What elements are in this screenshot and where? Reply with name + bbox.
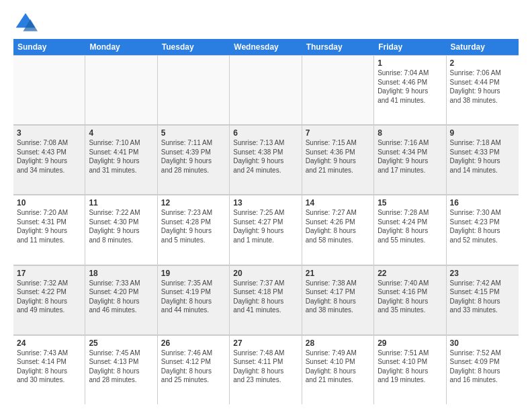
calendar-cell: 29Sunrise: 7:51 AMSunset: 4:10 PMDayligh… [374,336,446,404]
day-number: 12 [161,198,226,208]
calendar-header-cell: Monday [85,39,157,55]
day-info: Sunrise: 7:35 AMSunset: 4:19 PMDaylight:… [161,279,226,315]
day-info: Sunrise: 7:10 AMSunset: 4:41 PMDaylight:… [89,138,153,175]
day-number: 18 [89,269,153,278]
day-number: 30 [450,338,515,348]
day-number: 6 [233,128,298,138]
calendar-cell: 9Sunrise: 7:18 AMSunset: 4:33 PMDaylight… [447,126,519,194]
day-info: Sunrise: 7:45 AMSunset: 4:13 PMDaylight:… [89,349,153,385]
calendar-header-cell: Saturday [447,39,519,55]
calendar-body: 1Sunrise: 7:04 AMSunset: 4:46 PMDaylight… [13,55,519,404]
day-number: 14 [306,198,370,208]
calendar-cell: 10Sunrise: 7:20 AMSunset: 4:31 PMDayligh… [13,195,85,264]
day-number: 1 [378,58,442,68]
day-info: Sunrise: 7:33 AMSunset: 4:20 PMDaylight:… [89,279,153,315]
day-info: Sunrise: 7:51 AMSunset: 4:10 PMDaylight:… [378,349,442,385]
day-info: Sunrise: 7:11 AMSunset: 4:39 PMDaylight:… [161,138,226,175]
calendar-cell: 21Sunrise: 7:38 AMSunset: 4:17 PMDayligh… [302,266,374,334]
calendar-cell: 27Sunrise: 7:48 AMSunset: 4:11 PMDayligh… [230,336,302,404]
calendar-cell [158,56,230,124]
day-number: 19 [161,269,226,278]
day-number: 21 [306,269,370,278]
header [13,11,519,35]
calendar-cell: 25Sunrise: 7:45 AMSunset: 4:13 PMDayligh… [85,336,157,404]
calendar-cell: 3Sunrise: 7:08 AMSunset: 4:43 PMDaylight… [13,126,85,194]
day-number: 13 [233,198,298,208]
day-number: 10 [17,198,81,208]
day-number: 3 [17,128,81,138]
calendar-cell: 26Sunrise: 7:46 AMSunset: 4:12 PMDayligh… [158,336,230,404]
calendar-header-cell: Thursday [302,39,374,55]
day-number: 4 [89,128,153,138]
day-info: Sunrise: 7:49 AMSunset: 4:10 PMDaylight:… [306,349,370,385]
calendar-cell: 12Sunrise: 7:23 AMSunset: 4:28 PMDayligh… [158,195,230,264]
logo-icon [13,11,38,35]
calendar-cell: 19Sunrise: 7:35 AMSunset: 4:19 PMDayligh… [158,266,230,334]
day-info: Sunrise: 7:22 AMSunset: 4:30 PMDaylight:… [89,208,153,244]
calendar-header-cell: Wednesday [230,39,302,55]
day-number: 25 [89,338,153,348]
day-number: 20 [233,269,298,278]
calendar-cell [85,56,157,124]
page: SundayMondayTuesdayWednesdayThursdayFrid… [0,0,532,411]
day-number: 28 [306,338,370,348]
day-info: Sunrise: 7:40 AMSunset: 4:16 PMDaylight:… [378,279,442,315]
calendar-cell: 13Sunrise: 7:25 AMSunset: 4:27 PMDayligh… [230,195,302,264]
day-info: Sunrise: 7:13 AMSunset: 4:38 PMDaylight:… [233,138,298,175]
day-info: Sunrise: 7:25 AMSunset: 4:27 PMDaylight:… [233,208,298,244]
calendar-cell: 18Sunrise: 7:33 AMSunset: 4:20 PMDayligh… [85,266,157,334]
day-number: 5 [161,128,226,138]
day-info: Sunrise: 7:38 AMSunset: 4:17 PMDaylight:… [306,279,370,315]
day-number: 2 [450,58,515,68]
day-info: Sunrise: 7:28 AMSunset: 4:24 PMDaylight:… [378,208,442,244]
calendar-cell: 7Sunrise: 7:15 AMSunset: 4:36 PMDaylight… [302,126,374,194]
day-info: Sunrise: 7:30 AMSunset: 4:23 PMDaylight:… [450,208,515,244]
day-info: Sunrise: 7:52 AMSunset: 4:09 PMDaylight:… [450,349,515,385]
calendar-row: 24Sunrise: 7:43 AMSunset: 4:14 PMDayligh… [13,335,519,404]
calendar-row: 17Sunrise: 7:32 AMSunset: 4:22 PMDayligh… [13,265,519,335]
calendar-cell: 22Sunrise: 7:40 AMSunset: 4:16 PMDayligh… [374,266,446,334]
calendar-cell: 2Sunrise: 7:06 AMSunset: 4:44 PMDaylight… [447,56,519,124]
day-info: Sunrise: 7:20 AMSunset: 4:31 PMDaylight:… [17,208,81,244]
day-info: Sunrise: 7:48 AMSunset: 4:11 PMDaylight:… [233,349,298,385]
day-number: 29 [378,338,442,348]
day-number: 22 [378,269,442,278]
calendar-cell: 5Sunrise: 7:11 AMSunset: 4:39 PMDaylight… [158,126,230,194]
day-number: 16 [450,198,515,208]
day-number: 23 [450,269,515,278]
day-info: Sunrise: 7:23 AMSunset: 4:28 PMDaylight:… [161,208,226,244]
calendar-header-cell: Friday [374,39,446,55]
calendar-cell: 1Sunrise: 7:04 AMSunset: 4:46 PMDaylight… [374,56,446,124]
day-info: Sunrise: 7:18 AMSunset: 4:33 PMDaylight:… [450,138,515,175]
day-number: 9 [450,128,515,138]
calendar-row: 1Sunrise: 7:04 AMSunset: 4:46 PMDaylight… [13,55,519,125]
calendar-cell: 6Sunrise: 7:13 AMSunset: 4:38 PMDaylight… [230,126,302,194]
day-info: Sunrise: 7:08 AMSunset: 4:43 PMDaylight:… [17,138,81,175]
calendar-header-cell: Tuesday [158,39,230,55]
day-info: Sunrise: 7:42 AMSunset: 4:15 PMDaylight:… [450,279,515,315]
day-info: Sunrise: 7:43 AMSunset: 4:14 PMDaylight:… [17,349,81,385]
day-info: Sunrise: 7:27 AMSunset: 4:26 PMDaylight:… [306,208,370,244]
calendar-cell: 14Sunrise: 7:27 AMSunset: 4:26 PMDayligh… [302,195,374,264]
calendar-header-cell: Sunday [13,39,85,55]
calendar-cell [230,56,302,124]
calendar-cell: 20Sunrise: 7:37 AMSunset: 4:18 PMDayligh… [230,266,302,334]
day-number: 11 [89,198,153,208]
day-number: 7 [306,128,370,138]
day-info: Sunrise: 7:06 AMSunset: 4:44 PMDaylight:… [450,68,515,105]
calendar-cell: 4Sunrise: 7:10 AMSunset: 4:41 PMDaylight… [85,126,157,194]
calendar-row: 10Sunrise: 7:20 AMSunset: 4:31 PMDayligh… [13,195,519,265]
day-number: 17 [17,269,81,278]
calendar-cell: 16Sunrise: 7:30 AMSunset: 4:23 PMDayligh… [447,195,519,264]
calendar-cell: 8Sunrise: 7:16 AMSunset: 4:34 PMDaylight… [374,126,446,194]
calendar-cell: 11Sunrise: 7:22 AMSunset: 4:30 PMDayligh… [85,195,157,264]
calendar-cell: 17Sunrise: 7:32 AMSunset: 4:22 PMDayligh… [13,266,85,334]
day-number: 8 [378,128,442,138]
calendar: SundayMondayTuesdayWednesdayThursdayFrid… [13,39,519,404]
day-info: Sunrise: 7:04 AMSunset: 4:46 PMDaylight:… [378,68,442,105]
logo [13,11,40,35]
day-info: Sunrise: 7:32 AMSunset: 4:22 PMDaylight:… [17,279,81,315]
day-number: 24 [17,338,81,348]
calendar-cell: 15Sunrise: 7:28 AMSunset: 4:24 PMDayligh… [374,195,446,264]
calendar-cell: 28Sunrise: 7:49 AMSunset: 4:10 PMDayligh… [302,336,374,404]
